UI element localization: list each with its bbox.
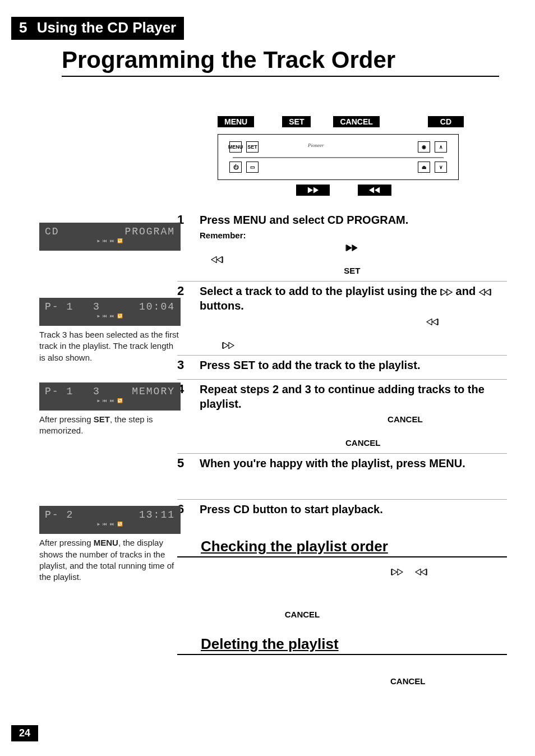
- prev-track-label: [296, 185, 330, 196]
- lcd4-cap-sc: MENU: [94, 538, 118, 547]
- sub2p1b: for about three seconds to delete the pl…: [200, 676, 504, 711]
- step-3-title: Press SET to add the track to the playli…: [200, 358, 507, 372]
- lcd3-left: P- 1: [45, 386, 73, 397]
- lcd-block-4: P- 2 13:11 ▶ ⏮ ⏭ 🔁 After pressing MENU, …: [39, 506, 179, 583]
- s4sc2: CANCEL: [345, 438, 381, 448]
- lcd3-right: MEMORY: [132, 386, 175, 397]
- label-cd: CD: [428, 116, 464, 127]
- label-set: SET: [282, 116, 311, 127]
- label-menu: MENU: [218, 116, 254, 127]
- page-number: 24: [11, 725, 38, 741]
- lcd-display-4: P- 2 13:11 ▶ ⏮ ⏭ 🔁: [39, 506, 181, 534]
- prev-icon: [391, 569, 403, 575]
- lcd-display-2: P- 1 3 10:04 ▶ ⏮ ⏭ 🔁: [39, 298, 181, 326]
- step-2: 2 Select a track to add to the playlist …: [177, 284, 507, 356]
- remote-eject-button: ⏏: [418, 162, 430, 173]
- next-icon: [211, 256, 223, 263]
- remote-set-button: SET: [246, 141, 259, 153]
- right-column: MENU SET CANCEL CD MENU SET ⏻ ▭ ◉ ∧ ⏏ ∨ …: [179, 116, 507, 718]
- prev-icon: [345, 245, 358, 251]
- lcd-block-1: CD PROGRAM ▶ ⏮ ⏭ 🔁: [39, 223, 179, 251]
- subsection-checking-title: Checking the playlist order: [201, 538, 388, 555]
- lcd4-left: P- 2: [45, 509, 73, 520]
- sub1p1a: In program stop mode, press the: [200, 566, 324, 576]
- remote-display-button: ▭: [246, 162, 259, 173]
- lcd4-sub: ▶ ⏮ ⏭ 🔁: [45, 522, 175, 527]
- sub2p1sc: CANCEL: [390, 676, 426, 686]
- lcd-block-3: P- 1 3 MEMORY ▶ ⏮ ⏭ 🔁 After pressing SET…: [39, 382, 179, 437]
- step-5-title: When you're happy with the playlist, pre…: [200, 456, 507, 471]
- step-6-title: Press CD button to start playback.: [200, 502, 507, 517]
- sub1p2b: to delete the track currently displayed.: [320, 610, 464, 619]
- sub2-p1: When the disc is stopped, press and hold…: [200, 663, 507, 712]
- step1-d: .: [361, 266, 363, 275]
- step2-bc: .: [237, 340, 239, 349]
- remote-menu-button: MENU: [229, 141, 242, 153]
- lcd1-left: CD: [45, 226, 59, 237]
- lcd2-mid: 3: [93, 301, 100, 312]
- step-2-num: 2: [177, 284, 200, 351]
- subsection-deleting: Deleting the playlist: [177, 635, 507, 655]
- step-4: 4 Repeat steps 2 and 3 to continue addin…: [177, 382, 507, 454]
- label-cancel: CANCEL: [333, 116, 379, 127]
- lcd2-sub: ▶ ⏮ ⏭ 🔁: [45, 314, 175, 319]
- next-icon: [426, 319, 439, 325]
- sub1p2sc: CANCEL: [285, 610, 320, 619]
- step-6: 6 Press CD button to start playback.: [177, 502, 507, 523]
- lcd-display-1: CD PROGRAM ▶ ⏮ ⏭ 🔁: [39, 223, 181, 251]
- lcd3-cap-sc: SET: [94, 414, 110, 424]
- step1-b: switch between menu options using the: [246, 231, 395, 240]
- lcd3-caption: After pressing SET, the step is memorize…: [39, 414, 179, 437]
- s4c: repeatedly.): [381, 438, 427, 448]
- step-4-num: 4: [177, 382, 200, 449]
- step-1-body: Remember: switch between menu options us…: [200, 229, 507, 276]
- left-column: CD PROGRAM ▶ ⏮ ⏭ 🔁 P- 1 3 10:04 ▶ ⏮ ⏭ 🔁 …: [11, 116, 179, 718]
- chapter-tab: 5 Using the CD Player: [11, 17, 184, 40]
- lcd1-sub: ▶ ⏮ ⏭ 🔁: [45, 238, 175, 243]
- remote-up-button: ∧: [435, 141, 447, 153]
- next-track-label: [358, 185, 391, 196]
- step-5: 5 When you're happy with the playlist, p…: [177, 456, 507, 500]
- brand-logo: Pioneer: [308, 142, 324, 148]
- step1-c: buttons; select the option by pressing: [360, 242, 499, 252]
- step-4-body: If you make a mistake, press CANCEL to d…: [200, 413, 507, 449]
- lcd3-sub: ▶ ⏮ ⏭ 🔁: [45, 398, 175, 403]
- step-5-body: The playlist can be up to 24 tracks long…: [200, 473, 507, 485]
- sub2p1a: When the disc is stopped, press and hold: [200, 664, 353, 674]
- lcd2-left: P- 1: [45, 301, 73, 312]
- lcd4-right: 13:11: [139, 509, 175, 520]
- lcd3-mid: 3: [93, 386, 100, 397]
- sub1-p2: If the disc is loaded, the track number …: [200, 597, 507, 621]
- lcd-display-3: P- 1 3 MEMORY ▶ ⏮ ⏭ 🔁: [39, 382, 181, 411]
- next-icon: [415, 569, 427, 575]
- sub1-p1: In program stop mode, press the buttons …: [200, 565, 507, 590]
- step-1-num: 1: [177, 213, 200, 276]
- remote-diagram: MENU SET ⏻ ▭ ◉ ∧ ⏏ ∨ Pioneer: [218, 134, 459, 180]
- step-1-title: Press MENU and select CD PROGRAM.: [200, 213, 507, 227]
- prev-icon: [222, 342, 234, 349]
- s4sc1: CANCEL: [388, 414, 423, 424]
- subsection-deleting-title: Deleting the playlist: [201, 635, 339, 652]
- transport-label-row: [296, 185, 507, 196]
- s4a: If you make a mistake, press: [200, 414, 309, 424]
- step-1: 1 Press MENU and select CD PROGRAM. Reme…: [177, 213, 507, 282]
- step-2-body: Jump forward a track using ; jump back a…: [200, 315, 507, 351]
- next-icon: [479, 289, 491, 296]
- step2-tc: buttons.: [200, 299, 244, 312]
- remote-cd-button: ◉: [418, 141, 430, 153]
- step1-rem: Remember:: [200, 231, 246, 240]
- step2-ta: Select a track to add to the playlist us…: [200, 285, 440, 297]
- remote-standby-button: ⏻: [229, 162, 242, 173]
- step-3-num: 3: [177, 358, 200, 375]
- lcd2-right: 10:04: [139, 301, 175, 312]
- chapter-title: Using the CD Player: [37, 19, 177, 36]
- page-title: Programming the Track Order: [62, 47, 499, 77]
- lcd3-cap-a: After pressing: [39, 414, 94, 424]
- lcd-block-2: P- 1 3 10:04 ▶ ⏮ ⏭ 🔁 Track 3 has been se…: [39, 298, 179, 363]
- lcd2-caption: Track 3 has been selected as the first t…: [39, 329, 179, 363]
- step-5-num: 5: [177, 456, 200, 495]
- lcd4-cap-a: After pressing: [39, 538, 94, 547]
- step1-sc: SET: [344, 266, 360, 275]
- prev-icon: [440, 289, 453, 296]
- step-6-num: 6: [177, 502, 200, 519]
